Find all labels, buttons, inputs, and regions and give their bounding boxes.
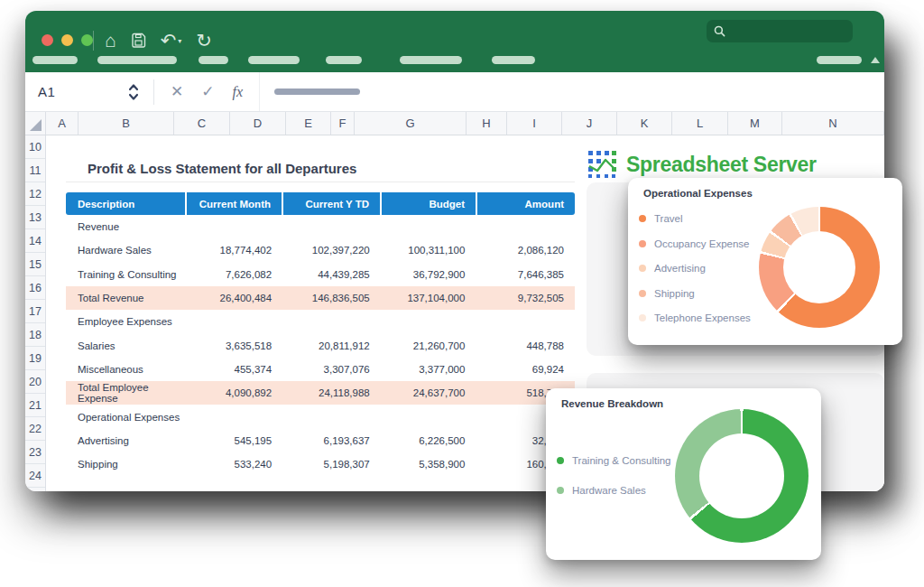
table-cell-label[interactable]: Salaries [66, 340, 187, 351]
column-header-M[interactable]: M [728, 112, 782, 135]
legend-item[interactable]: Occupancy Expense [639, 238, 751, 249]
legend-item[interactable]: Telephone Expenses [639, 312, 751, 323]
cancel-icon[interactable]: ✕ [171, 82, 183, 101]
ribbon-tab-placeholder[interactable] [326, 56, 362, 64]
table-cell-value[interactable]: 4,090,892 [187, 387, 283, 398]
collapse-ribbon-icon[interactable] [871, 57, 880, 63]
column-header-L[interactable]: L [672, 112, 728, 135]
column-header-E[interactable]: E [286, 112, 331, 135]
table-cell-value[interactable]: 5,358,900 [381, 459, 476, 470]
table-cell-label[interactable]: Employee Expenses [66, 316, 187, 327]
ribbon-tab-placeholder[interactable] [97, 56, 177, 64]
table-header-cell[interactable]: Budget [382, 192, 476, 215]
table-cell-value[interactable]: 6,193,637 [282, 435, 381, 446]
table-cell-value[interactable]: 137,104,000 [381, 293, 476, 303]
insert-function-icon[interactable]: fx [233, 84, 244, 100]
legend-item[interactable]: Training & Consulting [557, 455, 671, 466]
table-cell-value[interactable]: 545,195 [187, 435, 283, 446]
table-cell-value[interactable]: 455,374 [187, 364, 283, 375]
search-box[interactable] [707, 20, 853, 42]
table-cell-label[interactable]: Miscellaneous [66, 364, 187, 375]
formula-input[interactable] [259, 72, 884, 111]
table-header-cell[interactable]: Current Y TD [283, 192, 380, 215]
row-header-17[interactable]: 17 [25, 300, 45, 323]
table-header-cell[interactable]: Description [66, 192, 185, 215]
table-cell-value[interactable]: 3,307,076 [282, 364, 381, 375]
row-header-20[interactable]: 20 [25, 370, 45, 394]
table-cell-value[interactable]: 9,732,505 [476, 293, 575, 303]
row-header-12[interactable]: 12 [25, 182, 45, 206]
table-cell-label[interactable]: Training & Consulting [66, 269, 187, 280]
row-header-18[interactable]: 18 [25, 323, 45, 347]
column-header-G[interactable]: G [355, 112, 467, 135]
legend-item[interactable]: Travel [639, 213, 751, 224]
table-cell-label[interactable]: Shipping [66, 459, 187, 470]
close-window-button[interactable] [42, 34, 53, 46]
table-cell-value[interactable]: 26,400,484 [187, 293, 283, 303]
search-input[interactable] [731, 25, 839, 38]
row-header-16[interactable]: 16 [25, 276, 45, 300]
table-cell-value[interactable]: 24,637,700 [381, 387, 476, 398]
table-cell-value[interactable]: 20,811,912 [282, 340, 381, 351]
table-header-cell[interactable]: Amount [477, 192, 575, 215]
table-cell-value[interactable]: 7,646,385 [476, 269, 575, 280]
operational-donut-chart[interactable] [759, 207, 880, 328]
name-box-stepper-icon[interactable] [128, 82, 139, 106]
save-icon[interactable] [131, 33, 146, 48]
table-header-cell[interactable]: Current Month [187, 192, 282, 215]
ribbon-tab-placeholder[interactable] [492, 56, 535, 64]
table-cell-value[interactable]: 3,377,000 [381, 364, 476, 375]
column-header-A[interactable]: A [46, 112, 79, 135]
row-header-14[interactable]: 14 [25, 229, 45, 253]
ribbon-tab-placeholder[interactable] [248, 56, 300, 64]
row-header-21[interactable]: 21 [25, 394, 45, 417]
table-cell-value[interactable]: 24,118,988 [282, 387, 381, 398]
table-cell-value[interactable]: 2,086,120 [476, 245, 575, 256]
table-cell-value[interactable]: 69,924 [476, 364, 575, 375]
table-cell-value[interactable]: 102,397,220 [282, 245, 381, 256]
ribbon-tab-placeholder[interactable] [817, 56, 862, 64]
column-header-K[interactable]: K [617, 112, 672, 135]
table-cell-value[interactable]: 7,626,082 [187, 269, 283, 280]
column-header-J[interactable]: J [562, 112, 617, 135]
table-cell-value[interactable]: 533,240 [187, 459, 283, 470]
table-cell-label[interactable]: Advertising [66, 435, 187, 446]
column-header-N[interactable]: N [782, 112, 884, 135]
enter-icon[interactable]: ✓ [201, 82, 214, 101]
home-icon[interactable]: ⌂ [105, 31, 116, 50]
table-cell-label[interactable]: Hardware Sales [66, 245, 187, 256]
table-cell-value[interactable]: 5,198,307 [282, 459, 381, 470]
row-header-11[interactable]: 11 [25, 159, 45, 182]
row-header-19[interactable]: 19 [25, 347, 45, 370]
column-header-H[interactable]: H [467, 112, 507, 135]
column-header-D[interactable]: D [230, 112, 286, 135]
revenue-donut-chart[interactable] [675, 409, 808, 543]
column-header-F[interactable]: F [331, 112, 355, 135]
redo-icon[interactable]: ↻ [196, 31, 212, 50]
table-cell-label[interactable]: Total Revenue [66, 293, 187, 303]
legend-item[interactable]: Hardware Sales [557, 485, 671, 496]
table-cell-value[interactable]: 21,260,700 [381, 340, 476, 351]
name-box[interactable]: A1 [25, 72, 153, 111]
zoom-window-button[interactable] [81, 34, 93, 46]
row-header-24[interactable]: 24 [25, 464, 45, 488]
table-cell-label[interactable]: Total Employee Expense [66, 382, 187, 404]
legend-item[interactable]: Advertising [639, 263, 751, 274]
ribbon-tab-placeholder[interactable] [400, 56, 462, 64]
table-cell-value[interactable]: 448,788 [476, 340, 575, 351]
row-header-10[interactable]: 10 [25, 135, 45, 159]
row-header-23[interactable]: 23 [25, 441, 45, 464]
column-header-B[interactable]: B [79, 112, 174, 135]
table-cell-label[interactable]: Operational Expenses [66, 412, 187, 423]
row-header-22[interactable]: 22 [25, 417, 45, 441]
select-all-button[interactable] [25, 112, 46, 135]
undo-icon[interactable]: ↶▾ [161, 31, 182, 50]
row-header-25[interactable]: 25 [25, 488, 45, 491]
table-cell-value[interactable]: 100,311,100 [381, 245, 476, 256]
legend-item[interactable]: Shipping [639, 288, 751, 299]
column-header-I[interactable]: I [507, 112, 562, 135]
ribbon-tab-placeholder[interactable] [32, 56, 78, 64]
table-cell-value[interactable]: 18,774,402 [187, 245, 283, 256]
table-cell-label[interactable]: Revenue [66, 221, 187, 232]
table-cell-value[interactable]: 146,836,505 [282, 293, 381, 303]
